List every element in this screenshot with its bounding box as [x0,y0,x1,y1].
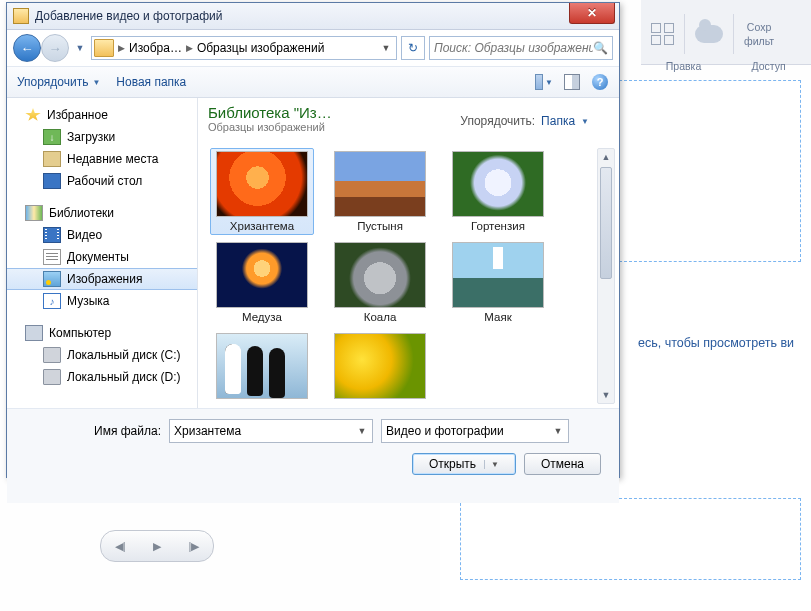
new-folder-button[interactable]: Новая папка [116,75,186,89]
file-item-koala[interactable]: Коала [328,239,432,326]
help-button[interactable]: ? [591,73,609,91]
history-dropdown[interactable]: ▼ [73,38,87,58]
cancel-label: Отмена [541,457,584,471]
tree-disk-d[interactable]: Локальный диск (D:) [7,366,197,388]
open-split-dropdown[interactable]: ▼ [484,460,499,469]
file-item-penguins[interactable] [210,330,314,402]
tree-pictures[interactable]: Изображения [7,268,197,290]
thumbnails-icon [535,74,543,90]
dialog-title: Добавление видео и фотографий [35,9,222,23]
preview-pane-button[interactable] [563,73,581,91]
file-item-lighthouse[interactable]: Маяк [446,239,550,326]
thumbnail-image [452,151,544,217]
libraries-icon [25,205,43,221]
organize-button[interactable]: Упорядочить ▼ [17,75,100,89]
tree-label: Документы [67,250,129,264]
cancel-button[interactable]: Отмена [524,453,601,475]
chevron-down-icon[interactable]: ▼ [550,422,566,440]
chevron-right-icon[interactable]: ▶ [186,43,193,53]
storyboard-dropzone-2[interactable] [460,498,801,580]
file-label: Медуза [242,311,282,323]
filename-label: Имя файла: [21,424,161,438]
filename-combo[interactable]: Хризантема ▼ [169,419,373,443]
ribbon-save-label: Сохр [747,21,771,33]
image-icon [43,271,61,287]
thumbnail-image [216,333,308,399]
toolbar: Упорядочить ▼ Новая папка ▼ ? [7,66,619,98]
breadcrumb-level2[interactable]: Образцы изображений [197,41,324,55]
tree-label: Видео [67,228,102,242]
scroll-up-button[interactable]: ▲ [598,149,614,165]
tree-label: Компьютер [49,326,111,340]
tree-desktop[interactable]: Рабочий стол [7,170,197,192]
tree-recent[interactable]: Недавние места [7,148,197,170]
tree-label: Локальный диск (D:) [67,370,181,384]
file-label: Коала [364,311,397,323]
file-item-desert[interactable]: Пустыня [328,148,432,235]
prev-frame-button[interactable]: ◀| [115,540,126,553]
folder-icon [94,39,114,57]
nav-row: ← → ▼ ▶ Изобра… ▶ Образцы изображений ▼ … [7,30,619,66]
back-button[interactable]: ← [13,34,41,62]
ribbon-save-button[interactable]: Сохр фильт [734,21,784,47]
vertical-scrollbar[interactable]: ▲ ▼ [597,148,615,404]
cloud-icon [695,25,723,43]
chevron-down-icon: ▼ [92,78,100,87]
sort-label: Упорядочить: [460,114,535,128]
tree-videos[interactable]: Видео [7,224,197,246]
tree-documents[interactable]: Документы [7,246,197,268]
document-icon [43,249,61,265]
tree-label: Недавние места [67,152,158,166]
filename-value: Хризантема [174,424,241,438]
thumbnail-image [452,242,544,308]
file-label: Маяк [484,311,511,323]
search-icon[interactable]: 🔍 [593,41,608,55]
ribbon-group-labels: Правка Доступ [641,60,811,78]
chevron-down-icon[interactable]: ▼ [581,117,589,126]
search-input[interactable] [434,41,593,55]
open-button[interactable]: Открыть ▼ [412,453,516,475]
file-label: Пустыня [357,220,403,232]
scroll-thumb[interactable] [600,167,612,279]
star-icon [25,108,41,122]
tree-computer[interactable]: Компьютер [7,322,197,344]
ribbon-cloud-button[interactable] [685,25,733,43]
file-item-hydrangea[interactable]: Гортензия [446,148,550,235]
view-mode-button[interactable]: ▼ [535,73,553,91]
sort-value[interactable]: Папка [541,114,575,128]
address-bar[interactable]: ▶ Изобра… ▶ Образцы изображений ▼ [91,36,397,60]
tree-label: Избранное [47,108,108,122]
chevron-right-icon[interactable]: ▶ [118,43,125,53]
ribbon-group-access: Доступ [726,60,811,78]
close-button[interactable]: ✕ [569,3,615,24]
file-open-dialog: Добавление видео и фотографий ✕ ← → ▼ ▶ … [6,2,620,478]
address-dropdown[interactable]: ▼ [378,39,394,57]
tree-downloads[interactable]: Загрузки [7,126,197,148]
chevron-down-icon[interactable]: ▼ [354,422,370,440]
content-pane: Библиотека "Из… Образцы изображений Упор… [198,98,619,408]
tree-music[interactable]: ♪Музыка [7,290,197,312]
dialog-titlebar[interactable]: Добавление видео и фотографий ✕ [7,3,619,30]
scroll-down-button[interactable]: ▼ [598,387,614,403]
tree-label: Загрузки [67,130,115,144]
ribbon-group-edit: Правка [641,60,726,78]
tree-label: Рабочий стол [67,174,142,188]
play-button[interactable]: ▶ [153,540,161,553]
file-item-tulips[interactable] [328,330,432,402]
tree-favorites[interactable]: Избранное [7,104,197,126]
filetype-value: Видео и фотографии [386,424,504,438]
thumbnail-image [334,151,426,217]
tree-disk-c[interactable]: Локальный диск (C:) [7,344,197,366]
tree-libraries[interactable]: Библиотеки [7,202,197,224]
thumbnail-image [334,333,426,399]
chevron-down-icon: ▼ [545,78,553,87]
refresh-button[interactable]: ↻ [401,36,425,60]
file-item-chrysanthemum[interactable]: Хризантема [210,148,314,235]
thumbnail-grid: Хризантема Пустыня Гортензия Медуза [204,148,595,408]
next-frame-button[interactable]: |▶ [188,540,199,553]
breadcrumb-level1[interactable]: Изобра… [129,41,182,55]
file-item-jellyfish[interactable]: Медуза [210,239,314,326]
pane-icon [564,74,580,90]
filetype-combo[interactable]: Видео и фотографии ▼ [381,419,569,443]
search-box[interactable]: 🔍 [429,36,613,60]
